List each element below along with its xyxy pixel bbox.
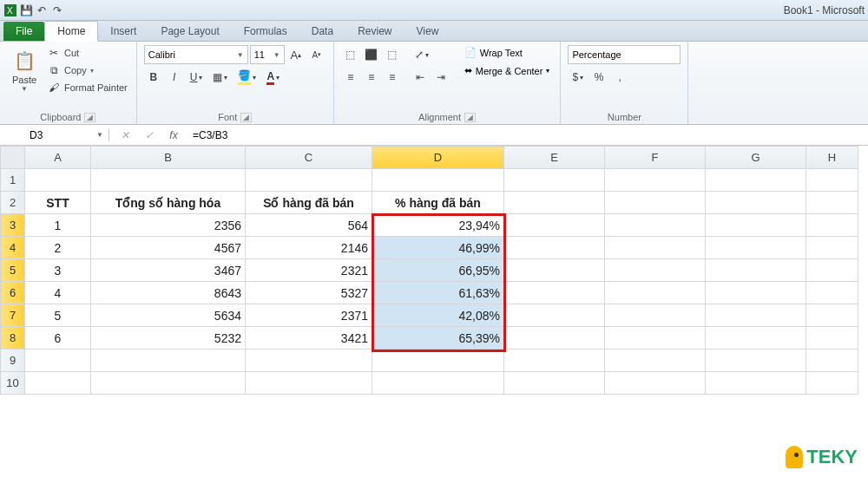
- row-header[interactable]: 9: [1, 350, 25, 372]
- merge-center-button[interactable]: ⬌Merge & Center▾: [461, 63, 554, 78]
- col-header-e[interactable]: E: [504, 147, 605, 169]
- paste-button[interactable]: 📋 Paste ▼: [7, 45, 42, 95]
- cell[interactable]: 2321: [246, 259, 372, 282]
- cell[interactable]: % hàng đã bán: [372, 192, 504, 214]
- cell[interactable]: 42,08%: [372, 304, 504, 327]
- shrink-font-button[interactable]: A▾: [307, 45, 326, 64]
- cell[interactable]: 66,95%: [372, 259, 504, 282]
- cell[interactable]: 4567: [91, 237, 246, 259]
- row-header[interactable]: 5: [1, 259, 25, 282]
- wrap-text-button[interactable]: 📄Wrap Text: [461, 45, 554, 60]
- cell[interactable]: 6: [25, 327, 91, 350]
- cancel-formula-icon[interactable]: ✕: [116, 129, 134, 141]
- tab-page-layout[interactable]: Page Layout: [148, 22, 231, 41]
- group-clipboard: 📋 Paste ▼ ✂Cut ⧉Copy▾ 🖌Format Painter Cl…: [0, 42, 137, 124]
- cell[interactable]: Số hàng đã bán: [246, 192, 372, 214]
- row-header[interactable]: 3: [1, 214, 25, 237]
- col-header-h[interactable]: H: [806, 147, 858, 169]
- cell[interactable]: 5232: [91, 327, 246, 350]
- align-left-button[interactable]: ≡: [341, 68, 360, 87]
- select-all-corner[interactable]: [1, 147, 25, 169]
- borders-button[interactable]: ▦▾: [208, 68, 232, 87]
- increase-indent-button[interactable]: ⇥: [431, 68, 450, 87]
- align-middle-button[interactable]: ⬛: [362, 45, 381, 64]
- cell[interactable]: 65,39%: [372, 327, 504, 350]
- group-number: Percentage $▾ % , Number: [561, 42, 688, 124]
- font-name-combo[interactable]: Calibri▼: [144, 45, 248, 64]
- cell[interactable]: 61,63%: [372, 282, 504, 304]
- cell[interactable]: 3: [25, 259, 91, 282]
- tab-view[interactable]: View: [404, 22, 451, 41]
- cell[interactable]: Tổng số hàng hóa: [91, 192, 246, 214]
- tab-home[interactable]: Home: [44, 21, 98, 42]
- cell[interactable]: 3467: [91, 259, 246, 282]
- copy-icon: ⧉: [47, 63, 61, 77]
- col-header-c[interactable]: C: [246, 147, 372, 169]
- cell[interactable]: 23,94%: [372, 214, 504, 237]
- clipboard-launcher[interactable]: ◢: [84, 113, 95, 122]
- cell[interactable]: 1: [25, 214, 91, 237]
- cell[interactable]: 2146: [246, 237, 372, 259]
- row-header[interactable]: 6: [1, 282, 25, 304]
- fx-icon[interactable]: fx: [165, 129, 182, 141]
- accounting-format-button[interactable]: $▾: [568, 68, 588, 87]
- row-header[interactable]: 1: [1, 169, 25, 192]
- col-header-a[interactable]: A: [25, 147, 91, 169]
- cell[interactable]: 2356: [91, 214, 246, 237]
- format-painter-button[interactable]: 🖌Format Painter: [45, 80, 129, 95]
- cell[interactable]: 2: [25, 237, 91, 259]
- number-format-combo[interactable]: Percentage: [568, 45, 681, 64]
- row-header[interactable]: 10: [1, 372, 25, 395]
- cut-button[interactable]: ✂Cut: [45, 45, 129, 61]
- decrease-indent-button[interactable]: ⇤: [411, 68, 430, 87]
- cell[interactable]: 8643: [91, 282, 246, 304]
- fill-color-button[interactable]: 🪣▾: [233, 68, 260, 87]
- percent-button[interactable]: %: [589, 68, 608, 87]
- orientation-button[interactable]: ⤢▾: [411, 45, 433, 64]
- font-size-combo[interactable]: 11▼: [250, 45, 285, 64]
- tab-insert[interactable]: Insert: [98, 22, 148, 41]
- merge-icon: ⬌: [464, 65, 472, 76]
- comma-button[interactable]: ,: [610, 68, 629, 87]
- cell[interactable]: STT: [25, 192, 91, 214]
- enter-formula-icon[interactable]: ✓: [141, 129, 158, 141]
- font-launcher[interactable]: ◢: [240, 113, 252, 122]
- font-color-button[interactable]: A▾: [262, 68, 284, 87]
- save-icon[interactable]: 💾: [19, 3, 33, 17]
- alignment-launcher[interactable]: ◢: [464, 113, 476, 122]
- row-header[interactable]: 4: [1, 237, 25, 259]
- grow-font-button[interactable]: A▴: [286, 45, 306, 64]
- align-center-button[interactable]: ≡: [362, 68, 381, 87]
- cell[interactable]: 4: [25, 282, 91, 304]
- bold-button[interactable]: B: [144, 68, 163, 87]
- italic-button[interactable]: I: [165, 68, 184, 87]
- cell[interactable]: 5327: [246, 282, 372, 304]
- row-header[interactable]: 2: [1, 192, 25, 214]
- formula-input[interactable]: =C3/B3: [189, 129, 868, 141]
- col-header-d[interactable]: D: [372, 147, 504, 169]
- underline-button[interactable]: U▾: [186, 68, 207, 87]
- align-right-button[interactable]: ≡: [383, 68, 402, 87]
- tab-file[interactable]: File: [3, 22, 44, 41]
- undo-icon[interactable]: ↶: [35, 3, 49, 17]
- align-top-button[interactable]: ⬚: [341, 45, 360, 64]
- cell[interactable]: 5634: [91, 304, 246, 327]
- tab-review[interactable]: Review: [345, 22, 404, 41]
- copy-button[interactable]: ⧉Copy▾: [45, 62, 129, 78]
- align-bottom-button[interactable]: ⬚: [383, 45, 402, 64]
- cell[interactable]: 5: [25, 304, 91, 327]
- tab-data[interactable]: Data: [299, 22, 345, 41]
- tab-formulas[interactable]: Formulas: [232, 22, 299, 41]
- cell[interactable]: 46,99%: [372, 237, 504, 259]
- cell[interactable]: 564: [246, 214, 372, 237]
- name-box[interactable]: D3▼: [24, 129, 109, 141]
- col-header-f[interactable]: F: [605, 147, 706, 169]
- row-header[interactable]: 7: [1, 304, 25, 327]
- spreadsheet-grid[interactable]: A B C D E F G H 1 2 STT Tổng số hàng hóa…: [0, 146, 868, 395]
- col-header-b[interactable]: B: [91, 147, 246, 169]
- cell[interactable]: 3421: [246, 327, 372, 350]
- col-header-g[interactable]: G: [706, 147, 806, 169]
- cell[interactable]: 2371: [246, 304, 372, 327]
- redo-icon[interactable]: ↷: [50, 3, 64, 17]
- row-header[interactable]: 8: [1, 327, 25, 350]
